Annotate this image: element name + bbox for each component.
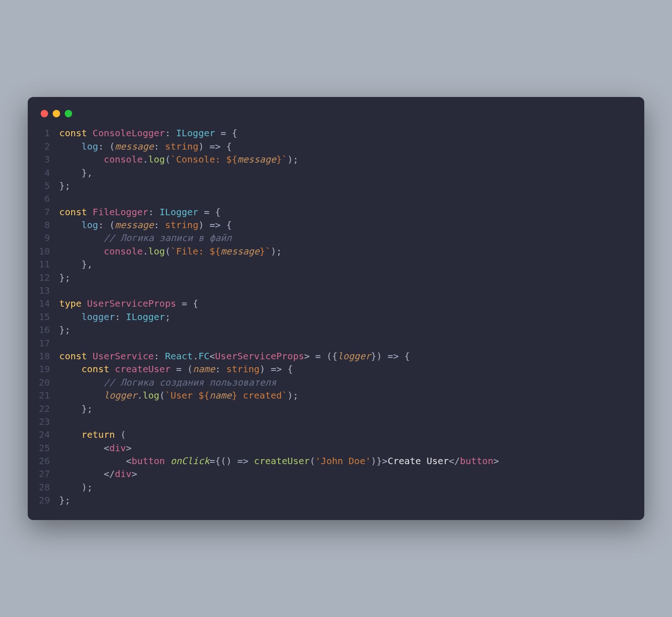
line-number: 29 xyxy=(39,494,50,507)
minimize-icon[interactable] xyxy=(53,110,60,117)
code-line: logger.log(`User ${name} created`); xyxy=(59,389,499,402)
code-line xyxy=(59,415,499,428)
code-editor[interactable]: 1234567891011121314151617181920212223242… xyxy=(39,127,633,507)
line-number: 25 xyxy=(39,442,50,454)
line-number: 20 xyxy=(39,376,50,389)
code-line: console.log(`File: ${message}`); xyxy=(59,245,499,258)
code-line: return ( xyxy=(59,428,499,441)
line-number: 27 xyxy=(39,467,50,480)
code-window: 1234567891011121314151617181920212223242… xyxy=(28,97,644,520)
line-number: 7 xyxy=(39,206,50,218)
line-number: 13 xyxy=(39,284,50,297)
line-number: 18 xyxy=(39,350,50,363)
line-number: 21 xyxy=(39,389,50,402)
line-number: 6 xyxy=(39,192,50,205)
line-number: 1 xyxy=(39,127,50,139)
code-content[interactable]: const ConsoleLogger: ILogger = { log: (m… xyxy=(59,127,499,507)
code-line: const UserService: React.FC<UserServiceP… xyxy=(59,350,499,363)
code-line: <div> xyxy=(59,442,499,454)
close-icon[interactable] xyxy=(41,110,48,117)
line-number: 17 xyxy=(39,337,50,350)
line-number: 9 xyxy=(39,231,50,244)
code-line: }; xyxy=(59,179,499,192)
line-number: 11 xyxy=(39,258,50,271)
line-number: 8 xyxy=(39,218,50,231)
line-number: 5 xyxy=(39,179,50,192)
line-number: 15 xyxy=(39,310,50,323)
code-line: type UserServiceProps = { xyxy=(59,297,499,310)
code-line: const createUser = (name: string) => { xyxy=(59,363,499,375)
code-line: // Логика создания пользователя xyxy=(59,376,499,389)
line-number: 28 xyxy=(39,481,50,494)
code-line: logger: ILogger; xyxy=(59,310,499,323)
line-number: 22 xyxy=(39,402,50,415)
code-line: }, xyxy=(59,166,499,179)
line-number: 12 xyxy=(39,271,50,284)
line-number-gutter: 1234567891011121314151617181920212223242… xyxy=(39,127,59,507)
code-line: }; xyxy=(59,323,499,336)
code-line xyxy=(59,337,499,350)
line-number: 3 xyxy=(39,153,50,166)
line-number: 2 xyxy=(39,140,50,153)
line-number: 19 xyxy=(39,363,50,375)
code-line: const FileLogger: ILogger = { xyxy=(59,206,499,218)
zoom-icon[interactable] xyxy=(65,110,72,117)
line-number: 26 xyxy=(39,454,50,467)
code-line xyxy=(59,192,499,205)
code-line xyxy=(59,284,499,297)
code-line: }; xyxy=(59,402,499,415)
line-number: 10 xyxy=(39,245,50,258)
code-line: ); xyxy=(59,481,499,494)
code-line: </div> xyxy=(59,467,499,480)
code-line: // Логика записи в файл xyxy=(59,231,499,244)
code-line: const ConsoleLogger: ILogger = { xyxy=(59,127,499,139)
line-number: 14 xyxy=(39,297,50,310)
window-titlebar xyxy=(39,106,633,127)
code-line: <button onClick={() => createUser('John … xyxy=(59,454,499,467)
line-number: 23 xyxy=(39,415,50,428)
line-number: 4 xyxy=(39,166,50,179)
code-line: }, xyxy=(59,258,499,271)
code-line: }; xyxy=(59,271,499,284)
line-number: 24 xyxy=(39,428,50,441)
code-line: log: (message: string) => { xyxy=(59,218,499,231)
code-line: log: (message: string) => { xyxy=(59,140,499,153)
code-line: }; xyxy=(59,494,499,507)
line-number: 16 xyxy=(39,323,50,336)
code-line: console.log(`Console: ${message}`); xyxy=(59,153,499,166)
